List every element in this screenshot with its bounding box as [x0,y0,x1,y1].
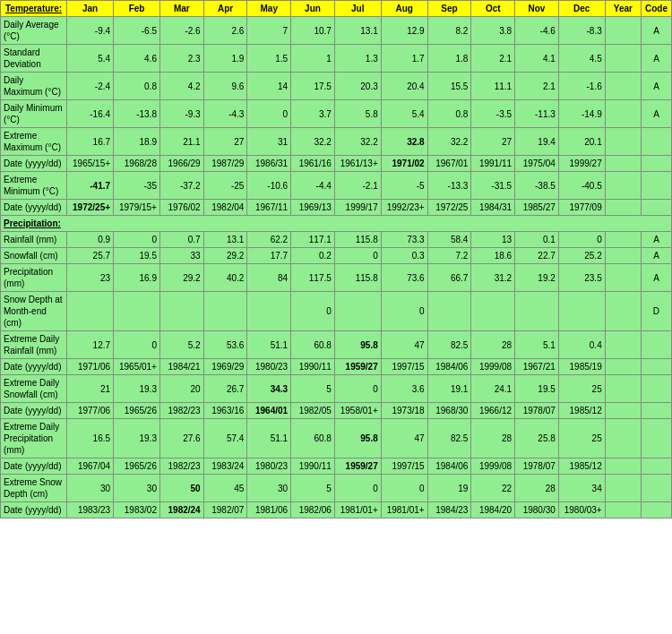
cell-value: 21.1 [159,128,203,156]
cell-value: 1991/11 [471,156,515,172]
cell-value: 4.5 [558,45,605,73]
cell-value [605,375,641,403]
cell-value [203,292,247,331]
cell-value: 1992/23+ [381,200,427,216]
cell-value: 95.8 [334,419,381,458]
cell-value: 5.4 [381,100,427,128]
cell-value: 13.1 [334,17,381,45]
cell-value [641,128,671,156]
cell-value: 25.8 [515,419,559,458]
cell-value: 29.2 [159,264,203,292]
cell-value [605,502,641,518]
cell-value: 32.2 [291,128,335,156]
cell-value: 30 [67,475,114,502]
cell-value: 1984/06 [427,359,471,375]
cell-value: 33 [159,248,203,264]
section-header-precipitation: Precipitation: [1,216,672,232]
cell-value: -5 [381,172,427,200]
cell-value: 1969/29 [203,359,247,375]
cell-value: 84 [247,264,291,292]
cell-value: 1985/27 [515,200,559,216]
cell-value: 1983/23 [67,502,114,518]
cell-value: 3.8 [471,17,515,45]
row-label: Precipitation (mm) [1,264,67,292]
cell-value: 19 [427,475,471,502]
cell-value: 0.7 [159,232,203,248]
cell-value: 32.8 [381,128,427,156]
cell-value: 2.6 [203,17,247,45]
cell-value: -13.3 [427,172,471,200]
row-label: Snowfall (cm) [1,248,67,264]
cell-value: 18.9 [114,128,160,156]
cell-value: 16.5 [67,419,114,458]
cell-value: 34.3 [247,375,291,403]
cell-value: 4.1 [515,45,559,73]
cell-value: 24.1 [471,375,515,403]
column-header-may: May [247,1,291,17]
cell-value: 1968/30 [427,403,471,419]
cell-value: 25.2 [558,248,605,264]
cell-value: 95.8 [334,331,381,359]
cell-value [605,264,641,292]
cell-value: 115.8 [334,264,381,292]
cell-value: 1982/06 [291,502,335,518]
cell-value: 0 [114,331,160,359]
cell-value: 9.6 [203,73,247,100]
cell-value: -31.5 [471,172,515,200]
cell-value: -38.5 [515,172,559,200]
cell-value: 57.4 [203,419,247,458]
row-label: Daily Minimum (°C) [1,100,67,128]
cell-value: 0 [381,475,427,502]
cell-value: 19.4 [515,128,559,156]
cell-value: -4.4 [291,172,335,200]
cell-value: 2.1 [471,45,515,73]
cell-value: 1980/30 [515,502,559,518]
cell-value: 16.9 [114,264,160,292]
cell-value [605,128,641,156]
cell-value: 1984/21 [159,359,203,375]
cell-value: 82.5 [427,419,471,458]
cell-value: 27 [203,128,247,156]
cell-value: A [641,264,671,292]
cell-value [605,17,641,45]
cell-value: 1987/29 [203,156,247,172]
cell-value: 19.3 [114,419,160,458]
cell-value: 12.9 [381,17,427,45]
cell-value: 1967/04 [67,458,114,475]
cell-value: 23.5 [558,264,605,292]
cell-value: 34 [558,475,605,502]
cell-value: 1.5 [247,45,291,73]
row-label: Date (yyyy/dd) [1,403,67,419]
cell-value: 1971/06 [67,359,114,375]
cell-value: 1967/01 [427,156,471,172]
cell-value: 0 [558,232,605,248]
cell-value: 0 [114,232,160,248]
cell-value: 117.5 [291,264,335,292]
cell-value: 25.7 [67,248,114,264]
cell-value: 1959/27 [334,359,381,375]
row-label: Extreme Minimum (°C) [1,172,67,200]
cell-value: 1982/23 [159,458,203,475]
cell-value: 1966/12 [471,403,515,419]
cell-value [605,359,641,375]
row-label: Date (yyyy/dd) [1,359,67,375]
cell-value [605,156,641,172]
cell-value: A [641,17,671,45]
temperature-section-header: Temperature: [1,1,67,17]
column-header-oct: Oct [471,1,515,17]
column-header-jun: Jun [291,1,335,17]
cell-value: 1967/21 [515,359,559,375]
cell-value: 17.5 [291,73,335,100]
cell-value: 0 [247,100,291,128]
cell-value: 13 [471,232,515,248]
cell-value: 20.3 [334,73,381,100]
cell-value: 62.2 [247,232,291,248]
cell-value: A [641,100,671,128]
cell-value [605,403,641,419]
cell-value: -6.5 [114,17,160,45]
cell-value: 31 [247,128,291,156]
cell-value: -1.6 [558,73,605,100]
cell-value: 1965/15+ [67,156,114,172]
cell-value: 15.5 [427,73,471,100]
cell-value: 1982/23 [159,403,203,419]
